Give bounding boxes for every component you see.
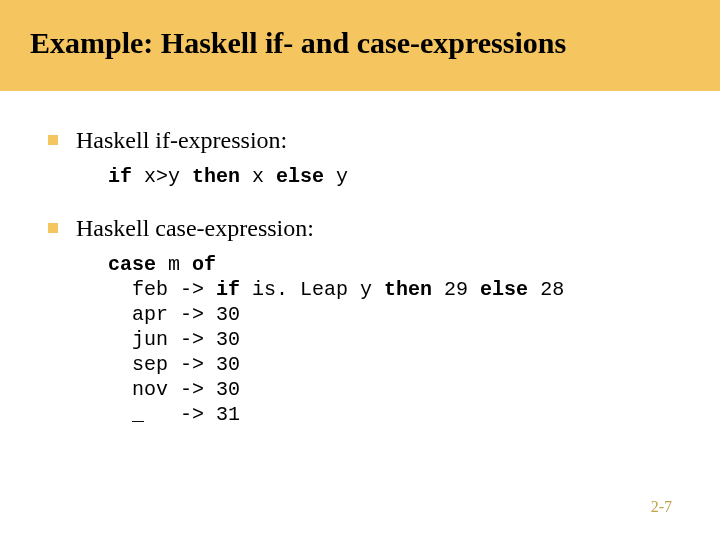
code-text: jun -> 30 [108, 328, 240, 351]
page-number: 2-7 [651, 498, 672, 516]
code-text: x [240, 165, 276, 188]
bullet-item: Haskell if-expression: [48, 125, 672, 156]
keyword-else: else [276, 165, 324, 188]
bullet-text: Haskell if-expression: [76, 125, 287, 156]
code-text: is. Leap y [240, 278, 384, 301]
code-block-case: case m of feb -> if is. Leap y then 29 e… [108, 252, 672, 427]
keyword-if: if [108, 165, 132, 188]
code-text: apr -> 30 [108, 303, 240, 326]
keyword-then: then [384, 278, 432, 301]
keyword-if: if [216, 278, 240, 301]
bullet-item: Haskell case-expression: [48, 213, 672, 244]
slide-title: Example: Haskell if- and case-expression… [30, 26, 690, 61]
title-band: Example: Haskell if- and case-expression… [0, 0, 720, 91]
code-text: m [156, 253, 192, 276]
code-text: y [324, 165, 348, 188]
slide-content: Haskell if-expression: if x>y then x els… [0, 91, 720, 427]
code-text: 29 [432, 278, 480, 301]
bullet-text: Haskell case-expression: [76, 213, 314, 244]
code-text: nov -> 30 [108, 378, 240, 401]
code-text: sep -> 30 [108, 353, 240, 376]
keyword-then: then [192, 165, 240, 188]
code-text: 28 [528, 278, 564, 301]
code-text: feb -> [108, 278, 216, 301]
keyword-case: case [108, 253, 156, 276]
square-bullet-icon [48, 135, 58, 145]
code-text: x>y [132, 165, 192, 188]
keyword-else: else [480, 278, 528, 301]
code-block-if: if x>y then x else y [108, 164, 672, 189]
keyword-of: of [192, 253, 216, 276]
square-bullet-icon [48, 223, 58, 233]
code-text: _ -> 31 [108, 403, 240, 426]
